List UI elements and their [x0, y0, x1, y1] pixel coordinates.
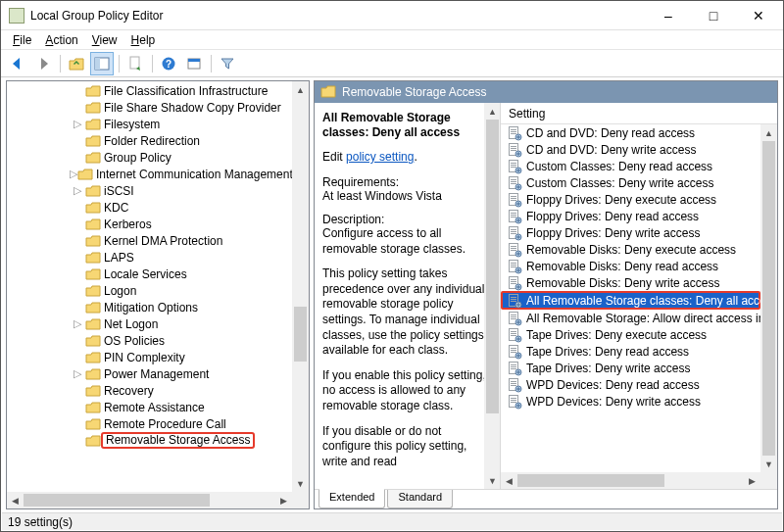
svg-rect-76	[516, 286, 520, 287]
tree-item[interactable]: KDC	[7, 199, 292, 216]
menu-help[interactable]: Help	[125, 31, 162, 49]
menu-file[interactable]: File	[7, 31, 37, 49]
column-header-setting[interactable]: Setting	[501, 103, 777, 124]
back-button[interactable]	[6, 52, 29, 75]
tree-item[interactable]: Kernel DMA Protection	[7, 232, 292, 249]
filter-button[interactable]	[216, 52, 239, 75]
tree-item[interactable]: Locale Services	[7, 266, 292, 282]
setting-item[interactable]: All Removable Storage classes: Deny all …	[501, 291, 760, 310]
policy-icon	[507, 159, 522, 174]
menu-action[interactable]: Action	[39, 31, 83, 49]
policy-icon	[507, 259, 522, 274]
settings-list[interactable]: CD and DVD: Deny read accessCD and DVD: …	[501, 124, 760, 410]
options-button[interactable]	[182, 52, 206, 75]
tab-extended[interactable]: Extended	[318, 489, 385, 508]
setting-item[interactable]: Floppy Drives: Deny execute access	[501, 191, 760, 208]
expand-icon[interactable]: ▷	[70, 117, 85, 132]
svg-rect-9	[511, 131, 516, 132]
tree-item-label: Kerberos	[104, 218, 152, 231]
tree-item[interactable]: OS Policies	[7, 332, 292, 349]
twisty-placeholder	[70, 150, 85, 166]
svg-rect-30	[511, 181, 516, 182]
tree-item[interactable]: Recovery	[7, 382, 292, 399]
tree-item[interactable]: ▷Internet Communication Management	[7, 166, 292, 182]
svg-rect-41	[516, 203, 520, 204]
tab-standard[interactable]: Standard	[387, 490, 453, 508]
tree-item[interactable]: ▷Power Management	[7, 365, 292, 382]
description-scrollbar[interactable]: ▲ ▼	[484, 103, 501, 489]
svg-rect-20	[516, 153, 520, 154]
tree-vertical-scrollbar[interactable]: ▲ ▼	[292, 81, 309, 492]
svg-rect-108	[511, 368, 516, 369]
menu-bar: File Action View Help	[1, 30, 783, 50]
setting-item[interactable]: Tape Drives: Deny execute access	[501, 326, 760, 343]
setting-item[interactable]: WPD Devices: Deny write access	[501, 393, 760, 410]
twisty-placeholder	[70, 383, 85, 399]
tree-item[interactable]: Folder Redirection	[7, 132, 292, 149]
close-button[interactable]: ✕	[736, 1, 781, 30]
maximize-button[interactable]: □	[691, 1, 736, 30]
svg-rect-78	[511, 297, 516, 298]
expand-icon[interactable]: ▷	[70, 366, 85, 382]
setting-item[interactable]: CD and DVD: Deny read access	[501, 124, 760, 141]
list-vertical-scrollbar[interactable]: ▲ ▼	[760, 124, 777, 472]
tree-item[interactable]: LAPS	[7, 249, 292, 266]
setting-label: Custom Classes: Deny read access	[526, 160, 712, 173]
tree-item[interactable]: PIN Complexity	[7, 349, 292, 365]
tree-item-label: File Classification Infrastructure	[104, 84, 268, 98]
svg-text:?: ?	[166, 59, 172, 70]
twisty-placeholder	[70, 283, 85, 299]
menu-view[interactable]: View	[86, 31, 123, 49]
policy-icon	[507, 377, 522, 393]
tree-item[interactable]: File Classification Infrastructure	[7, 82, 292, 99]
list-horizontal-scrollbar[interactable]: ◀ ▶	[501, 472, 760, 489]
policy-tree[interactable]: File Classification InfrastructureFile S…	[7, 81, 292, 449]
setting-item[interactable]: Removable Disks: Deny execute access	[501, 241, 760, 258]
setting-item[interactable]: Custom Classes: Deny write access	[501, 174, 760, 191]
tree-item[interactable]: ▷Net Logon	[7, 315, 292, 332]
setting-item[interactable]: CD and DVD: Deny write access	[501, 141, 760, 158]
svg-rect-111	[516, 371, 520, 372]
setting-label: Custom Classes: Deny write access	[526, 176, 713, 190]
setting-item[interactable]: Tape Drives: Deny read access	[501, 343, 760, 360]
edit-policy-link[interactable]: policy setting	[346, 150, 414, 164]
svg-rect-8	[511, 129, 516, 130]
up-one-level-button[interactable]	[65, 52, 88, 75]
tree-item[interactable]: Mitigation Options	[7, 299, 292, 315]
show-hide-tree-button[interactable]	[90, 52, 114, 75]
tree-item[interactable]: File Share Shadow Copy Provider	[7, 99, 292, 116]
tree-item[interactable]: Removable Storage Access	[7, 432, 292, 449]
toolbar-separator	[149, 52, 155, 75]
folder-icon	[85, 333, 101, 349]
setting-item[interactable]: Floppy Drives: Deny read access	[501, 208, 760, 224]
status-bar: 19 setting(s)	[2, 512, 782, 530]
expand-icon[interactable]: ▷	[70, 316, 85, 332]
setting-item[interactable]: Tape Drives: Deny write access	[501, 360, 760, 376]
setting-item[interactable]: Removable Disks: Deny read access	[501, 258, 760, 274]
tree-item[interactable]: Remote Assistance	[7, 399, 292, 415]
setting-item[interactable]: Custom Classes: Deny read access	[501, 158, 760, 174]
setting-item[interactable]: Removable Disks: Deny write access	[501, 274, 760, 291]
setting-item[interactable]: WPD Devices: Deny read access	[501, 376, 760, 393]
setting-item[interactable]: Floppy Drives: Deny write access	[501, 224, 760, 241]
svg-rect-93	[511, 333, 516, 334]
tree-item[interactable]: ▷iSCSI	[7, 182, 292, 199]
svg-rect-114	[511, 383, 516, 384]
tree-horizontal-scrollbar[interactable]: ◀ ▶	[7, 492, 292, 508]
svg-rect-87	[511, 318, 516, 319]
setting-item[interactable]: All Removable Storage: Allow direct acce…	[501, 310, 760, 326]
twisty-placeholder	[70, 217, 85, 232]
forward-button[interactable]	[31, 52, 55, 75]
twisty-placeholder	[70, 416, 85, 432]
properties-button[interactable]	[123, 52, 147, 75]
tree-item[interactable]: Remote Procedure Call	[7, 415, 292, 432]
help-button[interactable]: ?	[157, 52, 180, 75]
expand-icon[interactable]: ▷	[70, 183, 85, 199]
tree-item[interactable]: Group Policy	[7, 149, 292, 166]
tree-item[interactable]: ▷Filesystem	[7, 116, 292, 132]
minimize-button[interactable]: –	[646, 1, 691, 30]
tree-item[interactable]: Kerberos	[7, 216, 292, 232]
expand-icon[interactable]: ▷	[70, 167, 77, 182]
tree-item-label: Remote Procedure Call	[104, 417, 226, 431]
tree-item[interactable]: Logon	[7, 282, 292, 299]
